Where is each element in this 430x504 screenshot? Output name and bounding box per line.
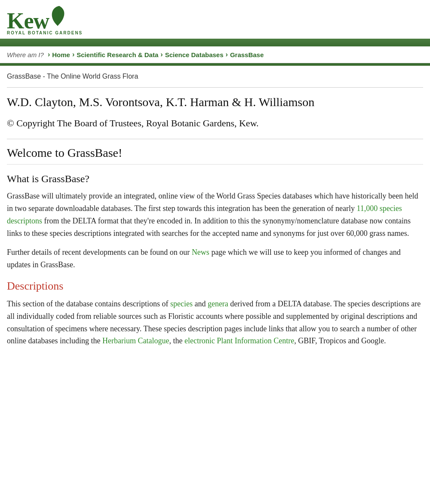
desc-para1-before: This section of the database contains de…: [7, 299, 170, 308]
authors: W.D. Clayton, M.S. Vorontsova, K.T. Harm…: [7, 95, 423, 110]
main-content: GrassBase - The Online World Grass Flora…: [0, 66, 430, 364]
breadcrumb: Where am I? › Home › Scientific Research…: [0, 46, 430, 63]
descriptions-heading: Descriptions: [7, 280, 423, 293]
section-divider-2: [7, 139, 423, 139]
logo-subtitle: Royal Botanic Gardens: [7, 31, 83, 35]
desc-para1-after2: , the: [169, 336, 184, 345]
desc-and: and: [193, 299, 208, 308]
breadcrumb-chevron-1: ›: [48, 51, 50, 58]
green-bar-thick: [0, 39, 430, 46]
what-is-para1-after: from the DELTA format that they're encod…: [7, 217, 411, 238]
breadcrumb-chevron-3: ›: [160, 51, 163, 58]
welcome-heading: Welcome to GrassBase!: [7, 146, 423, 165]
news-link[interactable]: News: [192, 248, 209, 257]
page-subtitle: GrassBase - The Online World Grass Flora: [7, 73, 423, 80]
desc-para1-end: , GBIF, Tropicos and Google.: [294, 336, 386, 345]
what-is-paragraph-2: Further details of recent developments c…: [7, 246, 423, 271]
herbarium-catalogue-link[interactable]: Herbarium Catalogue: [102, 336, 169, 345]
kew-logo: Kew Royal Botanic Gardens: [7, 5, 423, 35]
breadcrumb-home[interactable]: Home: [52, 51, 70, 58]
breadcrumb-research[interactable]: Scientific Research & Data: [77, 51, 158, 58]
breadcrumb-chevron-2: ›: [72, 51, 74, 58]
what-is-paragraph-1: GrassBase will ultimately provide an int…: [7, 190, 423, 239]
copyright: © Copyright The Board of Trustees, Royal…: [7, 117, 423, 130]
what-is-para2-before: Further details of recent developments c…: [7, 248, 192, 257]
descriptions-paragraph-1: This section of the database contains de…: [7, 298, 423, 347]
section-divider-1: [7, 87, 423, 88]
breadcrumb-current: GrassBase: [230, 51, 264, 58]
breadcrumb-label: Where am I?: [7, 51, 44, 58]
breadcrumb-chevron-4: ›: [226, 51, 228, 58]
genera-link[interactable]: genera: [208, 299, 228, 308]
epic-link[interactable]: electronic Plant Information Centre: [184, 336, 294, 345]
kew-leaf-icon: [50, 5, 66, 27]
breadcrumb-databases[interactable]: Science Databases: [165, 51, 224, 58]
header: Kew Royal Botanic Gardens: [0, 0, 430, 39]
species-link[interactable]: species: [170, 299, 193, 308]
what-is-heading: What is GrassBase?: [7, 173, 423, 185]
logo-kew-text: Kew: [7, 10, 49, 32]
